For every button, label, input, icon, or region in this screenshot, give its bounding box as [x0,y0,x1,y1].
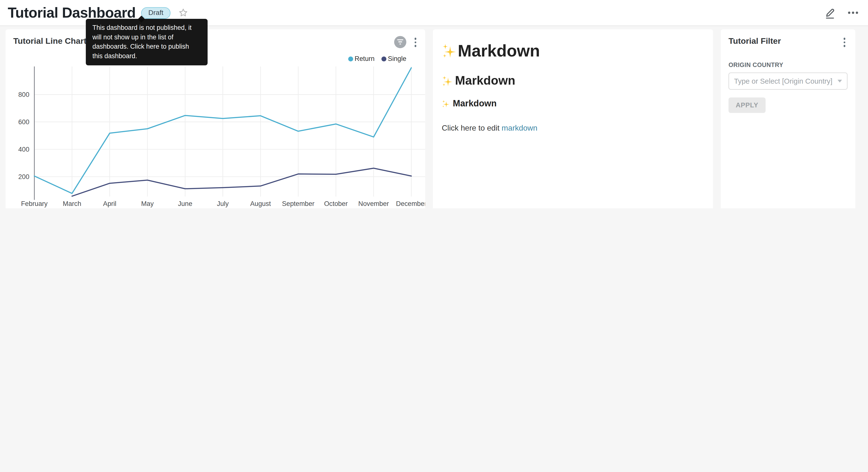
filter-menu-button[interactable] [841,36,847,49]
y-axis-label: 600 [18,118,29,126]
x-axis-label: August [250,200,271,207]
x-axis-label: November [358,200,389,207]
markdown-h3-text: Markdown [453,98,497,109]
markdown-heading-1: Markdown [442,41,704,60]
legend-item-return[interactable]: Return [348,55,375,63]
dashboard-menu-button[interactable] [847,7,859,19]
x-axis-label: September [282,200,314,207]
markdown-edit-link[interactable]: markdown [502,123,537,132]
markdown-paragraph-text: Click here to edit [442,123,502,132]
y-axis-label: 400 [18,146,29,153]
markdown-heading-3: Markdown [442,98,704,109]
series-line-single [72,168,411,196]
legend-label: Single [388,55,406,63]
x-axis-label: June [178,200,192,207]
edit-dashboard-button[interactable] [824,6,836,19]
sparkles-icon [442,75,454,87]
chevron-down-icon [837,80,842,82]
markdown-h2-text: Markdown [455,73,515,88]
y-axis-label: 200 [18,173,29,180]
card-header: Tutorial Filter [728,36,847,49]
x-axis-label: April [103,200,116,207]
origin-country-select[interactable]: Type or Select [Origin Country] [728,72,847,89]
legend-dot-icon [381,56,386,61]
sparkles-icon [442,99,450,108]
header-actions [824,6,860,19]
markdown-heading-2: Markdown [442,73,704,88]
chart-menu-button[interactable] [412,36,418,49]
tutorial-filter-card: Tutorial Filter ORIGIN COUNTRY Type or S… [721,29,855,208]
draft-tooltip: This dashboard is not published, it will… [86,19,208,65]
markdown-h1-text: Markdown [458,41,540,60]
favorite-star-icon[interactable] [178,8,188,18]
select-placeholder: Type or Select [Origin Country] [734,77,834,85]
card-actions [841,36,847,49]
chart-legend: ReturnSingle [348,55,406,63]
filter-card-title: Tutorial Filter [728,36,841,45]
x-axis-label: March [63,200,81,207]
tooltip-text: This dashboard is not published, it will… [92,24,191,60]
origin-country-label: ORIGIN COUNTRY [728,61,847,68]
card-actions [394,36,418,49]
legend-dot-icon [348,56,353,61]
y-axis-label: 800 [18,91,29,98]
x-axis-label: May [141,200,154,207]
sparkles-icon [442,43,457,59]
markdown-paragraph: Click here to edit markdown [442,123,704,132]
x-axis-label: October [324,200,348,207]
legend-item-single[interactable]: Single [381,55,406,63]
x-axis-label: July [217,200,229,207]
dashboard-viewport: Tutorial Dashboard Draft This dashboa [0,0,868,208]
apply-button[interactable]: APPLY [728,97,765,113]
cross-filter-icon[interactable] [394,36,406,49]
card-header: Tutorial Line Chart [6,29,425,49]
x-axis-label: December [396,200,425,207]
draft-status-badge[interactable]: Draft [141,7,170,19]
markdown-card: Markdown Markdown Markdown Click here to… [433,29,713,208]
tutorial-line-chart-card: Tutorial Line Chart ReturnSingle Februar… [6,29,425,208]
line-chart-plot: FebruaryMarchAprilMayJuneJulyAugustSepte… [6,63,425,208]
legend-label: Return [354,55,375,63]
x-axis-label: February [21,200,48,207]
